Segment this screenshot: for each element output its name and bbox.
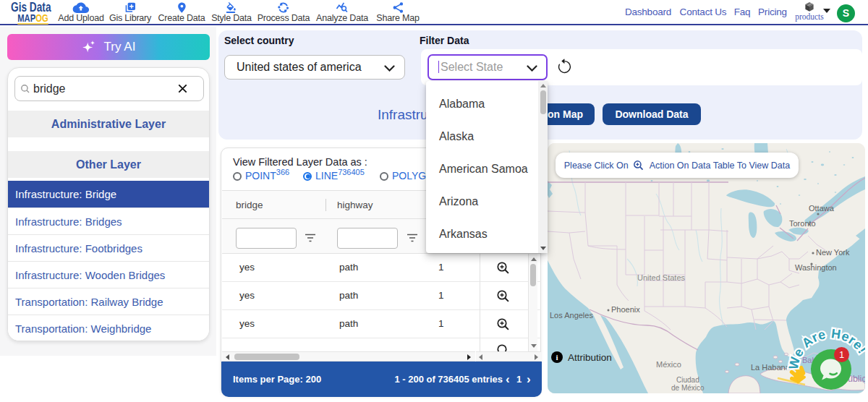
svg-text:de México: de México — [671, 384, 705, 392]
svg-text:México: México — [656, 360, 681, 369]
svg-text:Ottawa: Ottawa — [809, 204, 835, 213]
svg-text:United States: United States — [637, 273, 686, 282]
svg-text:New York: New York — [816, 248, 850, 257]
svg-text:Los Angeles: Los Angeles — [550, 311, 593, 320]
svg-text:La Habana: La Habana — [751, 363, 791, 372]
svg-text:Ciudad: Ciudad — [676, 376, 699, 384]
svg-text:Washington: Washington — [795, 263, 837, 272]
svg-text:Phoenix: Phoenix — [611, 305, 640, 314]
svg-text:Toronto: Toronto — [789, 219, 816, 228]
